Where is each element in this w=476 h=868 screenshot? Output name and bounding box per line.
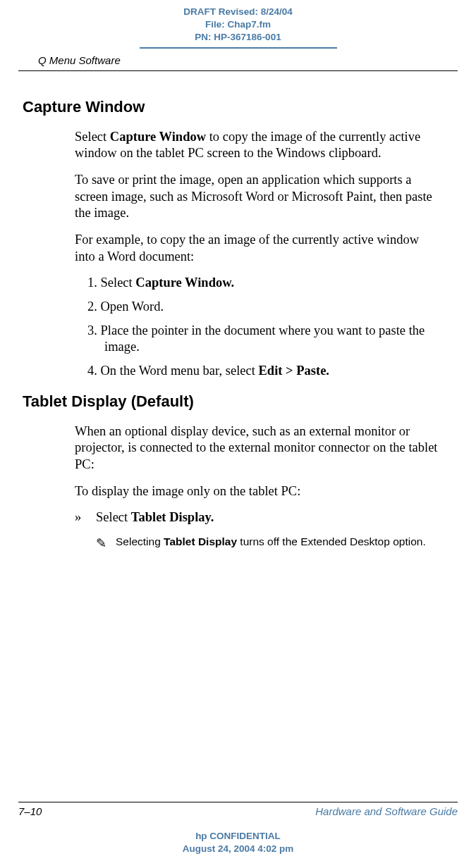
running-head: Q Menu Software [18, 53, 458, 71]
confidential-footer: hp CONFIDENTIAL August 24, 2004 4:02 pm [0, 830, 476, 855]
confidential-line2: August 24, 2004 4:02 pm [0, 843, 476, 855]
action-select-tablet-display: » Select Tablet Display. [75, 509, 448, 526]
page-footer: 7–10 Hardware and Software Guide [18, 802, 458, 817]
section2-body: When an optional display device, such as… [75, 423, 441, 500]
pencil-note-icon: ✎ [96, 535, 116, 552]
bold-tablet-display: Tablet Display. [131, 510, 214, 524]
bold-tablet-display: Tablet Display [164, 535, 237, 547]
text-fragment: Select [96, 510, 131, 524]
note-extended-desktop: ✎ Selecting Tablet Display turns off the… [96, 535, 434, 552]
heading-tablet-display: Tablet Display (Default) [23, 392, 448, 411]
text-fragment: Select [75, 130, 110, 144]
confidential-line1: hp CONFIDENTIAL [0, 830, 476, 843]
text-fragment: 1. Select [87, 275, 135, 290]
action-text: Select Tablet Display. [96, 509, 214, 526]
para-select-capture: Select Capture Window to copy the image … [75, 129, 441, 162]
bold-capture-window: Capture Window. [135, 275, 234, 290]
para-display-only: To display the image only on the tablet … [75, 483, 441, 500]
para-example-intro: For example, to copy the an image of the… [75, 232, 441, 265]
step-3: 3. Place the pointer in the document whe… [87, 323, 441, 356]
bold-capture-window: Capture Window [110, 130, 206, 144]
guide-title: Hardware and Software Guide [315, 805, 458, 817]
text-fragment: 4. On the Word menu bar, select [87, 364, 259, 378]
draft-header: DRAFT Revised: 8/24/04 File: Chap7.fm PN… [140, 0, 337, 49]
text-fragment: turns off the Extended Desktop option. [237, 535, 426, 547]
text-fragment: Selecting [116, 535, 164, 547]
arrow-icon: » [75, 509, 96, 526]
section1-body: Select Capture Window to copy the image … [75, 129, 441, 380]
step-1: 1. Select Capture Window. [87, 275, 441, 292]
para-save-print: To save or print the image, open an appl… [75, 172, 441, 222]
para-optional-display: When an optional display device, such as… [75, 423, 441, 473]
step-4: 4. On the Word menu bar, select Edit > P… [87, 363, 441, 380]
heading-capture-window: Capture Window [23, 98, 448, 116]
draft-revised-line: DRAFT Revised: 8/24/04 [140, 6, 337, 18]
bold-edit-paste: Edit > Paste. [259, 364, 329, 378]
step-2: 2. Open Word. [87, 299, 441, 316]
page-content: Capture Window Select Capture Window to … [0, 98, 476, 552]
note-text: Selecting Tablet Display turns off the E… [116, 535, 426, 552]
draft-file-line: File: Chap7.fm [140, 18, 337, 31]
ordered-steps: 1. Select Capture Window. 2. Open Word. … [75, 275, 441, 379]
page-number: 7–10 [18, 805, 42, 817]
draft-pn-line: PN: HP-367186-001 [140, 31, 337, 44]
